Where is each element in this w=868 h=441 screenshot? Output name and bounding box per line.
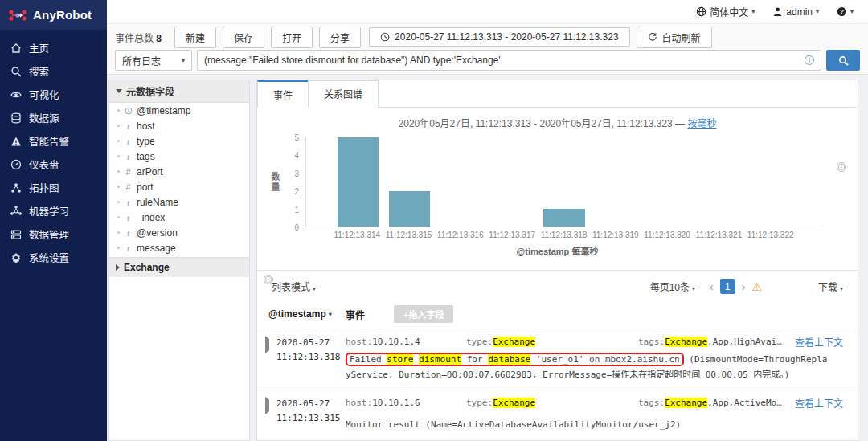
x-tick-label: 11:12:13.318 — [541, 231, 588, 239]
bullet — [117, 109, 120, 112]
open-button[interactable]: 打开 — [271, 27, 313, 48]
warning-icon[interactable]: ⚠ — [751, 281, 762, 292]
search-button[interactable] — [826, 50, 860, 71]
bullet — [117, 125, 120, 127]
chevron-down-icon: ▾ — [850, 8, 854, 15]
view-context-link[interactable]: 查看上下文 — [795, 336, 843, 350]
field-item-timestamp[interactable]: @timestamp — [109, 103, 249, 118]
page-size-dropdown[interactable]: 每页10条▾ — [650, 280, 695, 293]
log-scope-select[interactable]: 所有日志 ▾ — [115, 50, 192, 71]
sidebar: AnyRobot 主页 搜索 可视化 数据源 智能告警 仪表盘 拓扑图 — [0, 0, 107, 441]
sidebar-item-label: 主页 — [29, 40, 49, 55]
new-button[interactable]: 新建 — [174, 27, 216, 48]
field-item-type[interactable]: ttype — [109, 133, 249, 149]
save-button[interactable]: 保存 — [223, 27, 264, 48]
download-dropdown[interactable]: 下载▾ — [818, 280, 843, 293]
string-field-icon: t — [124, 137, 133, 146]
tab-events[interactable]: 事件 — [257, 80, 309, 108]
user-menu[interactable]: admin ▾ — [772, 6, 819, 18]
field-item-arport[interactable]: #arPort — [109, 164, 249, 179]
search-bar: 所有日志 ▾ — [107, 50, 868, 75]
sidebar-item-label: 系统设置 — [29, 250, 69, 265]
sidebar-item-topology[interactable]: 拓扑图 — [0, 176, 107, 199]
alert-triangle-icon — [10, 136, 22, 147]
user-icon — [772, 6, 783, 17]
sidebar-item-alerts[interactable]: 智能告警 — [0, 129, 107, 153]
histogram-section: 2020年05月27日, 11:12:13.313 - 2020年05月27日,… — [257, 108, 858, 271]
sidebar-item-data-management[interactable]: 数据管理 — [0, 223, 107, 246]
sidebar-item-visualize[interactable]: 可视化 — [0, 83, 107, 106]
next-page-button[interactable]: › — [742, 281, 746, 292]
search-input[interactable] — [197, 50, 821, 71]
exchange-group-header[interactable]: Exchange — [109, 257, 249, 277]
row-message: Failed store dismount for database 'user… — [346, 353, 828, 382]
bullet — [117, 216, 120, 218]
language-menu[interactable]: 简体中文 ▾ — [696, 5, 755, 18]
histogram-bar[interactable] — [338, 137, 379, 227]
sidebar-item-label: 可视化 — [29, 87, 59, 102]
insert-field-drop-target[interactable]: +拖入字段 — [394, 305, 453, 323]
question-circle-icon: ? — [837, 6, 847, 17]
date-field-icon — [124, 107, 133, 115]
tab-relation-graph[interactable]: 关系图谱 — [308, 80, 379, 108]
timestamp-column-header[interactable]: @timestamp▾ — [268, 308, 346, 320]
language-label: 简体中文 — [710, 5, 748, 18]
time-range-label: 2020-05-27 11:12:13.313 - 2020-05-27 11:… — [395, 31, 618, 43]
field-item-message[interactable]: tmessage — [109, 240, 249, 255]
time-range-picker[interactable]: 2020-05-27 11:12:13.313 - 2020-05-27 11:… — [369, 27, 629, 47]
field-item-rulename[interactable]: truleName — [109, 194, 249, 210]
annotation-highlight-box: Failed store dismount for database 'user… — [346, 353, 684, 366]
globe-icon — [696, 6, 706, 17]
x-tick-label: 11:12:13.314 — [334, 231, 380, 239]
x-tick-label: 11:12:13.316 — [437, 231, 484, 239]
share-button[interactable]: 分享 — [319, 27, 361, 48]
bullet — [117, 247, 120, 249]
field-item-host[interactable]: thost — [109, 118, 249, 133]
auto-refresh-button[interactable]: 自动刷新 — [637, 27, 712, 48]
sidebar-item-ml[interactable]: 机器学习 — [0, 199, 107, 223]
fields-panel: 元数据字段 @timestamp thost ttype ttags #arPo… — [108, 80, 250, 441]
triangle-right-icon — [116, 264, 120, 271]
chevron-down-icon: ▾ — [692, 285, 695, 292]
bullet — [117, 140, 120, 142]
metadata-fields-header[interactable]: 元数据字段 — [109, 80, 249, 103]
string-field-icon: t — [124, 243, 133, 253]
string-field-icon: t — [124, 198, 133, 207]
interval-link[interactable]: 按毫秒 — [687, 118, 716, 129]
histogram-bar[interactable] — [543, 209, 584, 227]
expand-row-icon[interactable] — [265, 339, 272, 350]
current-page-button[interactable]: 1 — [720, 279, 735, 294]
x-axis-label: @timestamp 每毫秒 — [257, 244, 858, 257]
help-menu[interactable]: ? ▾ — [837, 6, 854, 17]
row-type: type:Exchange — [466, 397, 638, 410]
histogram-bar[interactable] — [389, 191, 430, 227]
field-item-index[interactable]: t_index — [109, 210, 249, 225]
field-item-tags[interactable]: ttags — [109, 149, 249, 164]
bullet — [117, 155, 120, 157]
sidebar-item-home[interactable]: 主页 — [0, 36, 107, 59]
table-row: 2020-05-2711:12:13.315 host:10.10.1.6 ty… — [257, 390, 858, 441]
x-axis-ticks: 11:12:13.31411:12:13.31511:12:13.31611:1… — [305, 231, 822, 241]
histogram-plot — [305, 137, 822, 227]
view-context-link[interactable]: 查看上下文 — [795, 397, 843, 411]
collapse-chart-icon[interactable] — [264, 275, 273, 284]
x-tick-label: 11:12:13.315 — [386, 231, 432, 239]
sidebar-item-label: 拓扑图 — [29, 180, 59, 195]
field-item-port[interactable]: #port — [109, 179, 249, 194]
sidebar-item-settings[interactable]: 系统设置 — [0, 246, 107, 269]
chart-time-icon[interactable] — [837, 162, 846, 172]
sidebar-item-dashboard[interactable]: 仪表盘 — [0, 153, 107, 176]
sidebar-item-datasource[interactable]: 数据源 — [0, 106, 107, 129]
bullet — [117, 186, 120, 188]
x-tick-label: 11:12:13.317 — [489, 231, 535, 239]
expand-row-icon[interactable] — [265, 400, 272, 411]
log-scope-label: 所有日志 — [122, 54, 161, 67]
field-item-version[interactable]: t@version — [109, 225, 249, 240]
anyrobot-logo-icon — [8, 9, 27, 22]
prev-page-button[interactable]: ‹ — [710, 281, 714, 292]
chevron-down-icon: ▾ — [182, 57, 185, 64]
list-mode-dropdown[interactable]: 列表模式▾ — [272, 280, 316, 293]
sidebar-item-search[interactable]: 搜索 — [0, 59, 107, 83]
app-logo[interactable]: AnyRobot — [0, 0, 107, 30]
info-icon[interactable] — [804, 55, 815, 66]
